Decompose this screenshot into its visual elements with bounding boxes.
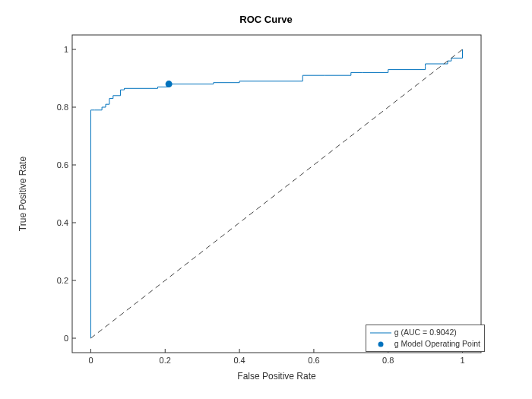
x-tick-label: 1 — [460, 356, 464, 365]
legend-entry-point: g Model Operating Point — [370, 338, 480, 350]
svg-point-16 — [378, 341, 383, 347]
x-tick-label: 0.6 — [308, 356, 319, 365]
plot-axes — [72, 35, 481, 353]
roc-figure: ROC Curve True Positive Rate False Posit… — [0, 0, 532, 399]
y-tick-label: 0 — [53, 334, 68, 343]
x-tick-label: 0.2 — [160, 356, 171, 365]
legend-label-point: g Model Operating Point — [394, 338, 480, 350]
chart-title: ROC Curve — [0, 14, 532, 25]
y-tick-label: 0.2 — [53, 276, 68, 285]
x-tick-label: 0.4 — [233, 356, 245, 365]
y-axis-label: True Positive Rate — [17, 35, 33, 353]
y-tick-label: 1 — [53, 45, 68, 54]
legend: g (AUC = 0.9042) g Model Operating Point — [366, 325, 485, 352]
legend-label-line: g (AUC = 0.9042) — [394, 327, 457, 338]
svg-point-13 — [166, 81, 173, 87]
x-tick-label: 0.8 — [382, 356, 394, 365]
legend-swatch-point — [370, 339, 391, 350]
x-tick-label: 0 — [88, 356, 93, 365]
x-axis-label: False Positive Rate — [72, 371, 481, 382]
y-tick-label: 0.6 — [53, 160, 68, 169]
y-tick-label: 0.8 — [53, 103, 68, 112]
plot-canvas — [72, 35, 481, 353]
legend-swatch-line — [370, 328, 391, 338]
svg-line-14 — [90, 49, 462, 338]
y-tick-label: 0.4 — [53, 218, 68, 227]
legend-entry-line: g (AUC = 0.9042) — [370, 327, 480, 338]
